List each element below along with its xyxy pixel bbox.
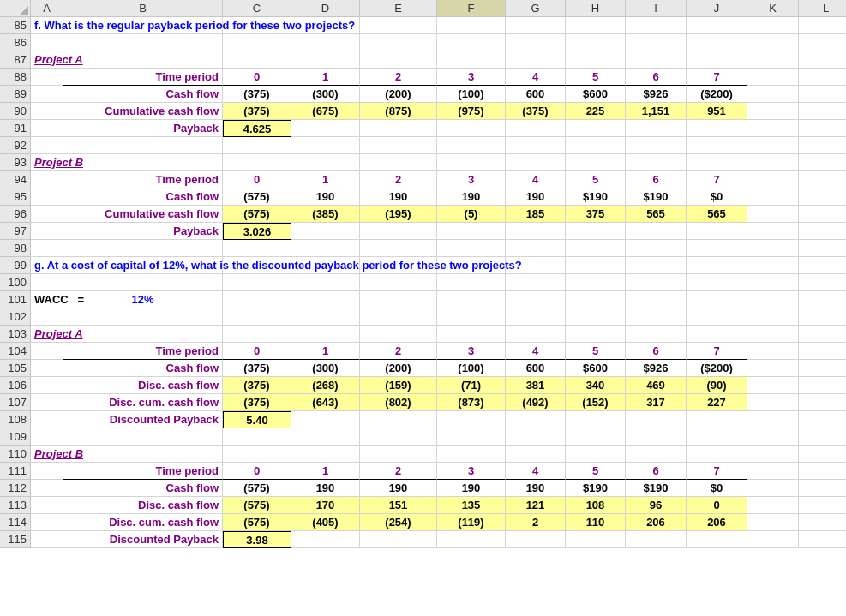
cell[interactable] xyxy=(437,446,506,463)
cell[interactable]: 0 xyxy=(223,69,291,86)
cell[interactable] xyxy=(437,308,506,326)
cell[interactable] xyxy=(687,428,747,446)
select-all-corner[interactable] xyxy=(0,0,31,17)
cell[interactable] xyxy=(799,120,846,137)
cell[interactable] xyxy=(747,137,799,154)
cell[interactable] xyxy=(506,326,566,343)
cell[interactable] xyxy=(626,308,687,326)
cell[interactable] xyxy=(63,274,223,291)
cell[interactable]: 190 xyxy=(291,480,360,497)
col-header-J[interactable]: J xyxy=(687,0,747,17)
cell[interactable]: (405) xyxy=(291,514,360,531)
row-header-94[interactable]: 94 xyxy=(0,171,31,188)
row-header-112[interactable]: 112 xyxy=(0,480,31,497)
label-disc-cum-cash-flow[interactable]: Disc. cum. cash flow xyxy=(63,394,223,411)
cell[interactable]: $190 xyxy=(626,480,687,497)
label-cash-flow[interactable]: Cash flow xyxy=(63,480,223,497)
cell[interactable]: 381 xyxy=(506,377,566,394)
cell[interactable] xyxy=(747,257,799,274)
cell[interactable] xyxy=(360,446,437,463)
cell[interactable] xyxy=(747,154,799,171)
cell[interactable] xyxy=(566,137,626,154)
cell[interactable] xyxy=(437,51,506,69)
cell[interactable] xyxy=(626,223,687,240)
cell[interactable] xyxy=(291,274,360,291)
label-cash-flow[interactable]: Cash flow xyxy=(63,86,223,103)
cell[interactable]: 7 xyxy=(687,343,747,360)
cell[interactable] xyxy=(799,394,846,411)
row-header-111[interactable]: 111 xyxy=(0,463,31,480)
cell[interactable]: 2 xyxy=(506,514,566,531)
cell[interactable] xyxy=(31,34,63,51)
label-discounted-payback[interactable]: Discounted Payback xyxy=(63,531,223,548)
cell[interactable]: 565 xyxy=(687,206,747,223)
cell[interactable]: 3 xyxy=(437,171,506,188)
row-header-87[interactable]: 87 xyxy=(0,51,31,69)
cell[interactable]: 317 xyxy=(626,394,687,411)
cell[interactable] xyxy=(747,463,799,480)
cell[interactable] xyxy=(799,206,846,223)
cell[interactable] xyxy=(747,480,799,497)
cell[interactable] xyxy=(291,446,360,463)
cell[interactable] xyxy=(799,514,846,531)
cell[interactable] xyxy=(31,480,63,497)
row-header-86[interactable]: 86 xyxy=(0,34,31,51)
cell[interactable] xyxy=(687,291,747,308)
cell[interactable] xyxy=(747,103,799,120)
col-header-D[interactable]: D xyxy=(291,0,360,17)
cell[interactable]: (375) xyxy=(223,377,291,394)
project-b-header[interactable]: Project B xyxy=(31,154,63,171)
cell[interactable] xyxy=(506,411,566,428)
cell[interactable]: 135 xyxy=(437,497,506,514)
label-disc-cash-flow[interactable]: Disc. cash flow xyxy=(63,377,223,394)
cell[interactable] xyxy=(799,17,846,34)
cell[interactable] xyxy=(63,446,223,463)
col-header-A[interactable]: A xyxy=(31,0,63,17)
cell[interactable] xyxy=(31,463,63,480)
cell[interactable]: (385) xyxy=(291,206,360,223)
cell[interactable] xyxy=(31,377,63,394)
cell[interactable]: $600 xyxy=(566,360,626,377)
cell[interactable] xyxy=(291,428,360,446)
cell[interactable]: 4 xyxy=(506,171,566,188)
cell[interactable] xyxy=(506,120,566,137)
cell[interactable] xyxy=(687,308,747,326)
cell[interactable] xyxy=(747,69,799,86)
cell[interactable]: (100) xyxy=(437,86,506,103)
row-header-96[interactable]: 96 xyxy=(0,206,31,223)
cell[interactable] xyxy=(360,120,437,137)
cell[interactable]: $926 xyxy=(626,86,687,103)
cell[interactable] xyxy=(747,17,799,34)
cell[interactable] xyxy=(566,428,626,446)
cell[interactable]: 96 xyxy=(626,497,687,514)
cell[interactable] xyxy=(506,446,566,463)
cell[interactable] xyxy=(626,137,687,154)
cell[interactable]: (300) xyxy=(291,360,360,377)
cell[interactable]: 190 xyxy=(360,480,437,497)
cell[interactable] xyxy=(566,411,626,428)
cell[interactable]: (575) xyxy=(223,188,291,206)
cell[interactable] xyxy=(360,274,437,291)
cell[interactable] xyxy=(566,291,626,308)
cell[interactable]: 190 xyxy=(437,188,506,206)
disc-payback-a-value[interactable]: 5.40 xyxy=(223,411,291,428)
cell[interactable] xyxy=(747,171,799,188)
cell[interactable]: 0 xyxy=(687,497,747,514)
label-cum-cash-flow[interactable]: Cumulative cash flow xyxy=(63,206,223,223)
cell[interactable]: 0 xyxy=(223,171,291,188)
cell[interactable] xyxy=(437,531,506,548)
cell[interactable] xyxy=(360,223,437,240)
cell[interactable] xyxy=(799,291,846,308)
cell[interactable] xyxy=(799,308,846,326)
cell[interactable] xyxy=(566,120,626,137)
label-disc-cum-cash-flow[interactable]: Disc. cum. cash flow xyxy=(63,514,223,531)
cell[interactable] xyxy=(506,137,566,154)
cell[interactable] xyxy=(63,154,223,171)
cell[interactable] xyxy=(360,411,437,428)
label-payback[interactable]: Payback xyxy=(63,120,223,137)
row-header-105[interactable]: 105 xyxy=(0,360,31,377)
cell[interactable] xyxy=(506,531,566,548)
cell[interactable] xyxy=(506,274,566,291)
row-header-100[interactable]: 100 xyxy=(0,274,31,291)
cell[interactable] xyxy=(31,86,63,103)
